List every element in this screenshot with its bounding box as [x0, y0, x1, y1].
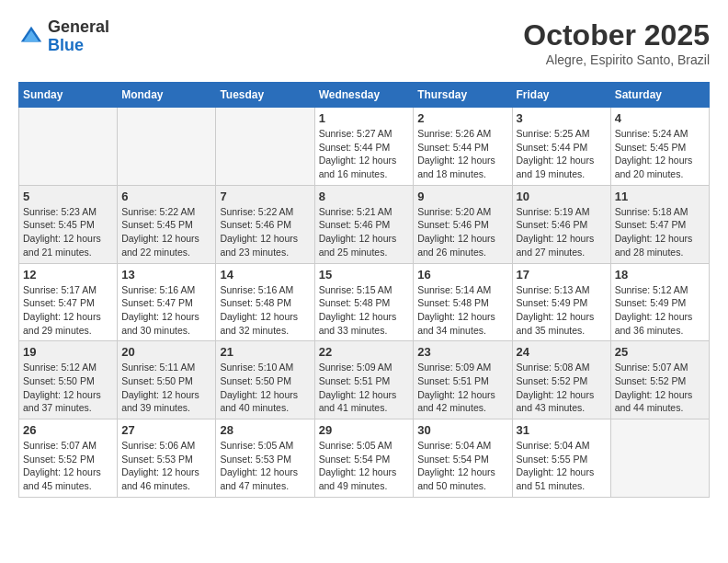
- day-info: Sunrise: 5:05 AM Sunset: 5:54 PM Dayligh…: [319, 439, 410, 493]
- weekday-header-tuesday: Tuesday: [216, 83, 314, 108]
- calendar-cell: 25Sunrise: 5:07 AM Sunset: 5:52 PM Dayli…: [610, 341, 709, 419]
- day-info: Sunrise: 5:08 AM Sunset: 5:52 PM Dayligh…: [517, 361, 607, 415]
- logo-blue-label: Blue: [48, 37, 109, 55]
- calendar-cell: 7Sunrise: 5:22 AM Sunset: 5:46 PM Daylig…: [216, 185, 314, 263]
- day-info: Sunrise: 5:19 AM Sunset: 5:46 PM Dayligh…: [517, 205, 607, 259]
- day-number: 26: [23, 423, 113, 437]
- calendar-cell: 18Sunrise: 5:12 AM Sunset: 5:49 PM Dayli…: [610, 263, 709, 341]
- day-number: 8: [319, 190, 410, 203]
- day-info: Sunrise: 5:09 AM Sunset: 5:51 PM Dayligh…: [417, 361, 507, 415]
- day-info: Sunrise: 5:04 AM Sunset: 5:55 PM Dayligh…: [517, 439, 607, 493]
- day-info: Sunrise: 5:10 AM Sunset: 5:50 PM Dayligh…: [220, 361, 310, 415]
- calendar-cell: [216, 108, 314, 186]
- calendar-cell: 26Sunrise: 5:07 AM Sunset: 5:52 PM Dayli…: [19, 419, 118, 498]
- day-info: Sunrise: 5:25 AM Sunset: 5:44 PM Dayligh…: [517, 127, 607, 181]
- calendar-cell: 20Sunrise: 5:11 AM Sunset: 5:50 PM Dayli…: [118, 341, 216, 419]
- day-number: 2: [417, 111, 507, 125]
- calendar-week-row: 5Sunrise: 5:23 AM Sunset: 5:45 PM Daylig…: [19, 185, 710, 263]
- logo-icon: [18, 24, 44, 50]
- day-number: 31: [517, 423, 607, 437]
- logo-general-label: General: [48, 18, 109, 37]
- day-number: 20: [121, 345, 211, 359]
- calendar-cell: 21Sunrise: 5:10 AM Sunset: 5:50 PM Dayli…: [216, 341, 314, 419]
- calendar-cell: 24Sunrise: 5:08 AM Sunset: 5:52 PM Dayli…: [512, 341, 610, 419]
- calendar-cell: 14Sunrise: 5:16 AM Sunset: 5:48 PM Dayli…: [216, 263, 314, 341]
- day-number: 12: [23, 268, 113, 282]
- logo: General Blue: [18, 18, 109, 55]
- day-number: 14: [220, 268, 310, 282]
- day-info: Sunrise: 5:07 AM Sunset: 5:52 PM Dayligh…: [615, 361, 705, 415]
- calendar-cell: 19Sunrise: 5:12 AM Sunset: 5:50 PM Dayli…: [19, 341, 118, 419]
- day-info: Sunrise: 5:21 AM Sunset: 5:46 PM Dayligh…: [319, 205, 410, 259]
- calendar-cell: 15Sunrise: 5:15 AM Sunset: 5:48 PM Dayli…: [314, 263, 414, 341]
- day-info: Sunrise: 5:27 AM Sunset: 5:44 PM Dayligh…: [319, 127, 410, 181]
- calendar-cell: [610, 419, 709, 498]
- day-info: Sunrise: 5:06 AM Sunset: 5:53 PM Dayligh…: [121, 439, 211, 493]
- calendar-cell: 30Sunrise: 5:04 AM Sunset: 5:54 PM Dayli…: [414, 419, 512, 498]
- calendar-cell: 28Sunrise: 5:05 AM Sunset: 5:53 PM Dayli…: [216, 419, 314, 498]
- calendar-cell: 11Sunrise: 5:18 AM Sunset: 5:47 PM Dayli…: [610, 185, 709, 263]
- day-number: 11: [615, 190, 705, 203]
- calendar-cell: 5Sunrise: 5:23 AM Sunset: 5:45 PM Daylig…: [19, 185, 118, 263]
- day-number: 28: [220, 423, 310, 437]
- calendar-week-row: 19Sunrise: 5:12 AM Sunset: 5:50 PM Dayli…: [19, 341, 710, 419]
- calendar-cell: 29Sunrise: 5:05 AM Sunset: 5:54 PM Dayli…: [314, 419, 414, 498]
- day-info: Sunrise: 5:07 AM Sunset: 5:52 PM Dayligh…: [23, 439, 113, 493]
- day-info: Sunrise: 5:14 AM Sunset: 5:48 PM Dayligh…: [417, 283, 507, 338]
- day-info: Sunrise: 5:11 AM Sunset: 5:50 PM Dayligh…: [121, 361, 211, 415]
- calendar-cell: 8Sunrise: 5:21 AM Sunset: 5:46 PM Daylig…: [314, 185, 414, 263]
- calendar-cell: 27Sunrise: 5:06 AM Sunset: 5:53 PM Dayli…: [118, 419, 216, 498]
- day-info: Sunrise: 5:09 AM Sunset: 5:51 PM Dayligh…: [319, 361, 410, 415]
- calendar-week-row: 1Sunrise: 5:27 AM Sunset: 5:44 PM Daylig…: [19, 108, 710, 186]
- day-info: Sunrise: 5:22 AM Sunset: 5:45 PM Dayligh…: [121, 205, 211, 259]
- calendar-cell: 17Sunrise: 5:13 AM Sunset: 5:49 PM Dayli…: [512, 263, 610, 341]
- day-number: 17: [517, 268, 607, 282]
- day-info: Sunrise: 5:12 AM Sunset: 5:50 PM Dayligh…: [23, 361, 113, 415]
- day-info: Sunrise: 5:12 AM Sunset: 5:49 PM Dayligh…: [615, 283, 705, 338]
- day-info: Sunrise: 5:23 AM Sunset: 5:45 PM Dayligh…: [23, 205, 113, 259]
- weekday-header-saturday: Saturday: [610, 83, 709, 108]
- day-number: 9: [417, 190, 507, 203]
- day-number: 5: [23, 190, 113, 203]
- calendar-week-row: 12Sunrise: 5:17 AM Sunset: 5:47 PM Dayli…: [19, 263, 710, 341]
- calendar-cell: 16Sunrise: 5:14 AM Sunset: 5:48 PM Dayli…: [414, 263, 512, 341]
- calendar-cell: 12Sunrise: 5:17 AM Sunset: 5:47 PM Dayli…: [19, 263, 118, 341]
- day-number: 13: [121, 268, 211, 282]
- day-info: Sunrise: 5:20 AM Sunset: 5:46 PM Dayligh…: [417, 205, 507, 259]
- calendar-cell: 10Sunrise: 5:19 AM Sunset: 5:46 PM Dayli…: [512, 185, 610, 263]
- day-number: 25: [615, 345, 705, 359]
- day-info: Sunrise: 5:16 AM Sunset: 5:48 PM Dayligh…: [220, 283, 310, 338]
- day-info: Sunrise: 5:24 AM Sunset: 5:45 PM Dayligh…: [615, 127, 705, 181]
- day-info: Sunrise: 5:04 AM Sunset: 5:54 PM Dayligh…: [417, 439, 507, 493]
- weekday-header-sunday: Sunday: [19, 83, 118, 108]
- calendar-cell: 22Sunrise: 5:09 AM Sunset: 5:51 PM Dayli…: [314, 341, 414, 419]
- day-number: 23: [417, 345, 507, 359]
- logo-text: General Blue: [48, 18, 109, 55]
- day-number: 22: [319, 345, 410, 359]
- day-number: 27: [121, 423, 211, 437]
- calendar-cell: 6Sunrise: 5:22 AM Sunset: 5:45 PM Daylig…: [118, 185, 216, 263]
- month-title: October 2025: [523, 18, 710, 52]
- calendar-cell: [118, 108, 216, 186]
- day-number: 1: [319, 111, 410, 125]
- calendar-cell: [19, 108, 118, 186]
- day-number: 21: [220, 345, 310, 359]
- day-info: Sunrise: 5:26 AM Sunset: 5:44 PM Dayligh…: [417, 127, 507, 181]
- day-info: Sunrise: 5:18 AM Sunset: 5:47 PM Dayligh…: [615, 205, 705, 259]
- day-number: 4: [615, 111, 705, 125]
- calendar-table: SundayMondayTuesdayWednesdayThursdayFrid…: [18, 82, 710, 498]
- calendar-cell: 13Sunrise: 5:16 AM Sunset: 5:47 PM Dayli…: [118, 263, 216, 341]
- day-number: 16: [417, 268, 507, 282]
- calendar-cell: 31Sunrise: 5:04 AM Sunset: 5:55 PM Dayli…: [512, 419, 610, 498]
- page-header: General Blue October 2025 Alegre, Espiri…: [18, 18, 710, 67]
- day-number: 6: [121, 190, 211, 203]
- day-info: Sunrise: 5:17 AM Sunset: 5:47 PM Dayligh…: [23, 283, 113, 338]
- day-info: Sunrise: 5:15 AM Sunset: 5:48 PM Dayligh…: [319, 283, 410, 338]
- day-number: 19: [23, 345, 113, 359]
- calendar-cell: 1Sunrise: 5:27 AM Sunset: 5:44 PM Daylig…: [314, 108, 414, 186]
- day-number: 7: [220, 190, 310, 203]
- location-subtitle: Alegre, Espirito Santo, Brazil: [523, 52, 710, 67]
- calendar-cell: 9Sunrise: 5:20 AM Sunset: 5:46 PM Daylig…: [414, 185, 512, 263]
- day-number: 18: [615, 268, 705, 282]
- calendar-header-row: SundayMondayTuesdayWednesdayThursdayFrid…: [19, 83, 710, 108]
